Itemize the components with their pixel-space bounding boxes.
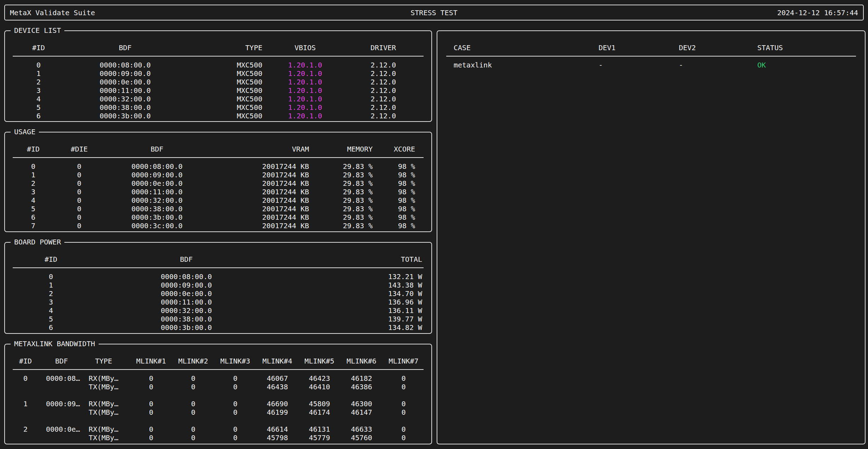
board-power-rows: 00000:08:00.0132.21 W10000:09:00.0143.38… [5,272,431,332]
table-cell: 0000:32:00.0 [72,95,178,103]
table-cell [5,408,46,416]
device-list-rows: 00000:08:00.0MXC5001.20.1.02.12.010000:0… [5,61,431,120]
bandwidth-group: 00000:08…RX(MBy…0004606746423461820TX(MB… [5,374,431,391]
mode-label: STRESS TEST [5,8,863,17]
table-cell: 1.20.1.0 [276,78,334,86]
table-cell: MXC500 [178,112,276,120]
table-cell: 0000:0e… [46,425,77,433]
table-cell: 29.83 % [316,213,380,221]
table-cell: 1.20.1.0 [276,61,334,69]
column-header: VRAM [217,145,316,153]
table-cell: MXC500 [178,69,276,78]
table-cell: 0000:0e:00.0 [72,78,178,86]
table-cell: 0 [5,374,46,383]
table-cell: 0000:08… [46,374,77,383]
table-cell: 4 [5,196,62,205]
table-cell: 0000:09… [46,400,77,408]
column-header: #ID [5,357,46,365]
bandwidth-rows: 00000:08…RX(MBy…0004606746423461820TX(MB… [5,374,431,449]
table-cell: 46438 [256,383,298,391]
table-row: 10000:09…RX(MBy…0004669045809463000 [5,400,431,408]
table-cell: 0 [172,425,214,433]
table-cell: 0 [383,400,425,408]
table-row: 000000:08:00.020017244 KB29.83 %98 % [5,162,431,171]
table-cell: 29.83 % [316,196,380,205]
column-header: TYPE [178,43,276,52]
column-header: XCORE [380,145,422,153]
column-header: MEMORY [316,145,380,153]
table-cell: - [599,61,679,69]
table-cell: 2.12.0 [334,78,433,86]
table-cell: 0 [5,272,97,281]
column-header: #DIE [62,145,97,153]
table-cell: 98 % [380,171,422,179]
table-cell: 0000:0e:00.0 [97,179,217,188]
column-header: BDF [46,357,77,365]
table-cell: 0000:32:00.0 [97,196,217,205]
column-header: DRIVER [334,43,433,52]
top-bar: MetaX Validate Suite STRESS TEST 2024-12… [4,5,864,20]
table-cell: 0000:0e:00.0 [97,289,276,298]
table-cell: 1 [5,171,62,179]
table-cell: MXC500 [178,95,276,103]
table-cell: 98 % [380,162,422,171]
bandwidth-group: 10000:09…RX(MBy…0004669045809463000TX(MB… [5,400,431,416]
bandwidth-group: 20000:0e…RX(MBy…0004661446131466330TX(MB… [5,425,431,442]
table-cell: 3 [5,188,62,196]
table-cell: 2 [5,78,72,86]
table-cell: RX(MBy… [77,400,130,408]
table-cell: 0 [172,374,214,383]
table-cell: 0000:38:00.0 [97,205,217,213]
table-cell: 0 [130,425,172,433]
table-row: 400000:32:00.020017244 KB29.83 %98 % [5,196,431,205]
table-cell: 0 [130,374,172,383]
table-cell: 0 [172,408,214,416]
column-header: #ID [5,255,97,264]
table-cell: 1 [5,400,46,408]
bandwidth-header: #IDBDFTYPEMLINK#1MLINK#2MLINK#3MLINK#4ML… [5,357,431,365]
table-row: TX(MBy…0004579845779457600 [5,433,431,442]
table-cell: 0 [62,188,97,196]
table-cell: 29.83 % [316,171,380,179]
table-cell: 0 [62,179,97,188]
column-header: MLINK#3 [214,357,256,365]
header-divider [13,369,424,370]
table-cell: 1 [5,69,72,78]
table-cell: 0000:32:00.0 [97,306,276,315]
table-cell: 0 [62,213,97,221]
table-cell: 2.12.0 [334,103,433,112]
header-divider [446,56,856,57]
column-header: STATUS [757,43,868,52]
table-row: 30000:11:00.0136.96 W [5,298,431,306]
table-cell: 46199 [256,408,298,416]
column-header: DEV1 [599,43,679,52]
table-cell: 0 [172,400,214,408]
table-cell: 0 [172,433,214,442]
table-cell: 136.11 W [276,306,433,315]
panel-title-board-power: BOARD POWER [11,238,64,246]
table-cell: MXC500 [178,61,276,69]
panel-title-device-list: DEVICE LIST [11,26,64,35]
table-row: 700000:3c:00.020017244 KB29.83 %98 % [5,221,431,230]
table-cell [5,383,46,391]
table-cell: 46423 [298,374,340,383]
table-cell: 0000:09:00.0 [97,171,217,179]
device-list-header: #IDBDFTYPEVBIOSDRIVER [5,43,431,52]
table-cell: 0000:09:00.0 [97,281,276,289]
table-cell: 29.83 % [316,162,380,171]
column-header: MLINK#7 [383,357,425,365]
table-cell: 2 [5,289,97,298]
table-row: 30000:11:00.0MXC5001.20.1.02.12.0 [5,86,431,95]
table-cell: 3 [5,86,72,95]
table-cell: 2.12.0 [334,69,433,78]
table-cell: 29.83 % [316,188,380,196]
table-row: 40000:32:00.0MXC5001.20.1.02.12.0 [5,95,431,103]
table-cell: TX(MBy… [77,383,130,391]
table-cell: 45760 [340,433,383,442]
table-cell: 5 [5,315,97,323]
table-row: 40000:32:00.0136.11 W [5,306,431,315]
table-cell: 45809 [298,400,340,408]
table-cell: 4 [5,306,97,315]
table-row: 20000:0e…RX(MBy…0004661446131466330 [5,425,431,433]
panel-title-metaxlink-bandwidth: METAXLINK BANDWIDTH [11,339,99,348]
